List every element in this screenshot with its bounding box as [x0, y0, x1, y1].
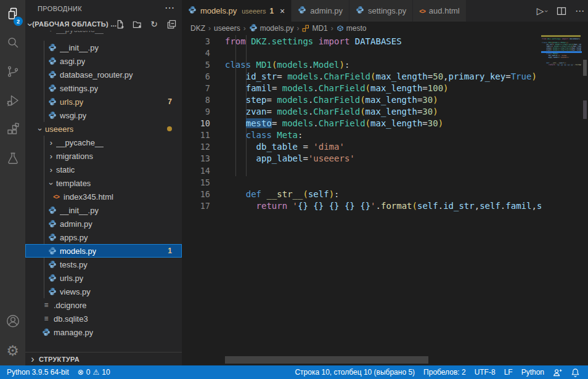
chevron-down-icon: › [35, 124, 45, 134]
breadcrumb-item-dkz[interactable]: DKZ [190, 24, 205, 33]
tab-label: settings.py [368, 6, 406, 15]
line-number: 6 [182, 71, 210, 81]
error-icon: ⊗ [78, 368, 84, 377]
status-label: LF [504, 368, 513, 377]
tab-label: models.py [200, 6, 237, 15]
tree-item-migrations[interactable]: ›migrations [25, 149, 182, 163]
status-encoding[interactable]: UTF-8 [470, 365, 500, 379]
tab-label: aud.html [429, 6, 460, 15]
python-icon [47, 219, 57, 228]
breadcrumb-separator-icon: › [296, 24, 299, 33]
outline-section-header[interactable]: › СТРУКТУРА [25, 352, 182, 365]
breadcrumb-item-mesto[interactable]: mesto [337, 24, 367, 33]
status-notifications[interactable] [566, 365, 584, 379]
activity-source-control[interactable] [0, 58, 25, 87]
line-number: 8 [182, 95, 210, 105]
tree-item-models-py[interactable]: models.py1 [25, 244, 182, 258]
status-cursor-position[interactable]: Строка 10, столбец 10 (выбрано 5) [290, 365, 419, 379]
tree-item-views-py[interactable]: views.py [25, 285, 182, 298]
tree-item-asgi-py[interactable]: asgi.py [25, 54, 182, 68]
tree-item--init-py[interactable]: __init__.py [25, 41, 182, 54]
code-line-text: famil= models.CharField(max_length=100) [225, 83, 449, 93]
status-bar: Python 3.9.5 64-bit⊗0⚠10 Строка 10, стол… [0, 365, 588, 379]
tree-item-tests-py[interactable]: tests.py [25, 258, 182, 271]
breadcrumb-item-useeers[interactable]: useeers [214, 24, 240, 33]
activity-settings[interactable]: ⚙ [0, 336, 25, 365]
tab-aud-html[interactable]: <>aud.html [413, 0, 467, 22]
activity-testing[interactable] [0, 145, 25, 174]
tree-item-database-roouter-py[interactable]: database_roouter.py [25, 68, 182, 81]
activity-search[interactable] [0, 29, 25, 58]
tree-item--init-py[interactable]: __init__.py [25, 203, 182, 217]
activity-explorer[interactable]: 2 [0, 0, 25, 29]
status-indentation[interactable]: Пробелов: 2 [419, 365, 470, 379]
close-icon[interactable]: × [280, 6, 285, 16]
file-icon: ≡ [41, 301, 51, 309]
tree-item-index345-html[interactable]: <>index345.html [25, 190, 182, 203]
activity-run-debug[interactable] [0, 87, 25, 116]
action-split-editor[interactable] [557, 6, 566, 16]
breadcrumb-label: mesto [346, 24, 367, 33]
status-right: Строка 10, столбец 10 (выбрано 5)Пробело… [290, 365, 588, 379]
new-folder-icon[interactable] [131, 18, 142, 30]
tree-item-templates[interactable]: ›templates [25, 176, 182, 190]
feedback-icon [553, 368, 562, 377]
status-language-mode[interactable]: Python [517, 365, 549, 379]
tree-item-label: manage.py [54, 328, 93, 337]
tree-item-db-sqlite3[interactable]: ≡db.sqlite3 [25, 312, 182, 325]
python-icon [47, 70, 57, 79]
class-symbol-icon [302, 25, 309, 32]
activity-account[interactable] [0, 308, 25, 336]
git-badge: 1 [168, 247, 172, 255]
workspace-section-header[interactable]: › (РАБОЧАЯ ОБЛАСТЬ) ... ↻ [25, 17, 182, 31]
breadcrumb-separator-icon: › [208, 24, 211, 33]
line-number: 4 [182, 48, 210, 58]
minimap[interactable]: from DKZ.settings import DATABASESclass … [541, 35, 582, 220]
line-number: 5 [182, 60, 210, 70]
python-icon [47, 274, 57, 282]
tree-item--pycache-[interactable]: ›__pycache__ [25, 136, 182, 149]
tree-item-admin-py[interactable]: admin.py [25, 217, 182, 230]
python-icon [47, 233, 57, 242]
new-file-icon[interactable] [114, 18, 125, 30]
activity-extensions[interactable] [0, 116, 25, 145]
collapse-all-icon[interactable] [166, 18, 177, 30]
breadcrumb-item-models.py[interactable]: models.py [249, 23, 294, 34]
python-icon [47, 206, 57, 214]
tab-admin-py[interactable]: admin.py [292, 0, 349, 22]
tree-item-useeers[interactable]: ›useeers [25, 122, 182, 136]
explorer-sidebar: ПРОВОДНИК ⋯ › (РАБОЧАЯ ОБЛАСТЬ) ... ↻ ›_… [25, 0, 182, 365]
status-problems[interactable]: ⊗0⚠10 [73, 365, 115, 379]
tree-item-static[interactable]: ›static [25, 163, 182, 176]
tree-item-urls-py[interactable]: urls.py7 [25, 95, 182, 108]
account-icon [6, 314, 20, 331]
code-line-text: id_str= models.CharField(max_length=50,p… [225, 71, 537, 81]
chevron-down-icon: › [543, 10, 550, 12]
file-tree: __init__.pyasgi.pydatabase_roouter.pyset… [25, 41, 182, 339]
branch-icon [6, 64, 20, 81]
tree-item-label: database_roouter.py [60, 70, 133, 79]
tree-item-manage-py[interactable]: manage.py [25, 325, 182, 339]
code-editor[interactable]: 3from DKZ.settings import DATABASES45cla… [182, 35, 541, 356]
python-icon [47, 247, 57, 255]
ruler-mark [583, 60, 587, 76]
tree-item-wsgi-py[interactable]: wsgi.py [25, 108, 182, 122]
status-eol[interactable]: LF [500, 365, 517, 379]
chevron-right-icon: › [28, 354, 38, 365]
breadcrumb-item-md1[interactable]: MD1 [302, 24, 327, 33]
status-python-version[interactable]: Python 3.9.5 64-bit [2, 365, 73, 379]
tab-models-py[interactable]: models.pyuseeers1× [182, 0, 292, 22]
tree-item--dcignore[interactable]: ≡.dcignore [25, 298, 182, 312]
tree-item-settings-py[interactable]: settings.py [25, 81, 182, 95]
action-more-actions[interactable]: ⋯ [575, 6, 584, 17]
tree-item-apps-py[interactable]: apps.py [25, 230, 182, 244]
action-run[interactable]: ▷› [537, 6, 548, 17]
tree-item-urls-py[interactable]: urls.py [25, 271, 182, 285]
python-icon [47, 43, 57, 52]
refresh-icon[interactable]: ↻ [149, 18, 160, 30]
horizontal-scrollbar[interactable] [225, 356, 428, 364]
more-actions-icon[interactable]: ⋯ [165, 2, 174, 14]
warning-icon: ⚠ [92, 368, 99, 377]
tab-settings-py[interactable]: settings.py [349, 0, 413, 22]
status-feedback[interactable] [549, 365, 566, 379]
